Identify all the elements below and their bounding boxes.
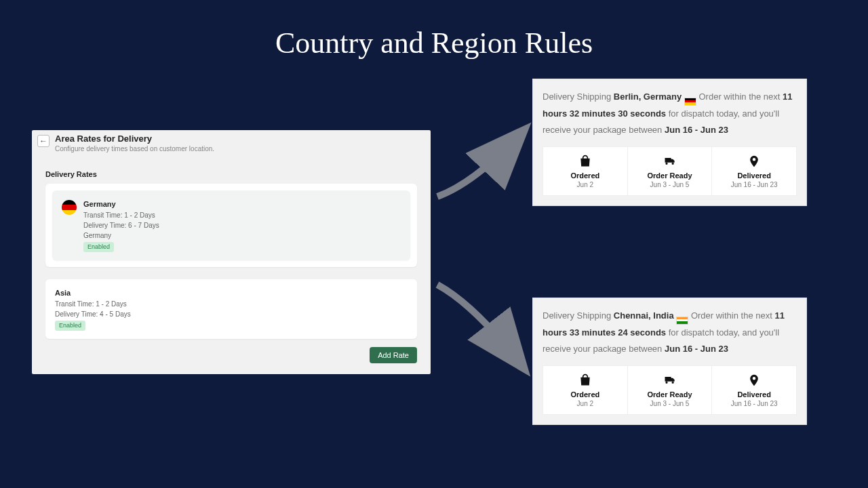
rate-delivery: Delivery Time: 6 - 7 Days <box>83 220 159 230</box>
arrow-left-icon: ← <box>39 136 47 146</box>
truck-icon <box>631 154 709 169</box>
rate-delivery: Delivery Time: 4 - 5 Days <box>55 309 408 319</box>
bag-icon <box>546 154 625 169</box>
section-label: Delivery Rates <box>32 152 431 184</box>
timeline-step-ready: Order Ready Jun 3 - Jun 5 <box>627 147 712 195</box>
pin-icon <box>715 154 793 169</box>
rate-name: Asia <box>55 287 408 299</box>
rate-transit: Transit Time: 1 - 2 Days <box>55 299 408 309</box>
flag-germany-icon <box>62 200 77 215</box>
admin-panel: ← Area Rates for Delivery Configure deli… <box>32 130 431 374</box>
timeline-step-ordered: Ordered Jun 2 <box>543 366 627 414</box>
rate-name: Germany <box>83 199 159 210</box>
rate-region: Germany <box>83 230 159 241</box>
rate-card-germany[interactable]: Germany Transit Time: 1 - 2 Days Deliver… <box>45 184 417 267</box>
bag-icon <box>546 373 625 388</box>
timeline-step-delivered: Delivered Jun 16 - Jun 23 <box>711 147 796 195</box>
panel-subtitle: Configure delivery times based on custom… <box>55 145 214 152</box>
panel-title: Area Rates for Delivery <box>55 134 214 144</box>
back-button[interactable]: ← <box>37 135 50 147</box>
flag-india-icon <box>676 317 688 325</box>
page-title: Country and Region Rules <box>0 0 868 60</box>
pin-icon <box>715 373 793 388</box>
panel-header: ← Area Rates for Delivery Configure deli… <box>32 130 431 152</box>
estimate-widget-germany: Delivery Shipping Berlin, Germany Order … <box>532 79 807 206</box>
timeline-step-ready: Order Ready Jun 3 - Jun 5 <box>627 366 712 414</box>
estimate-text: Delivery Shipping Chennai, India Order w… <box>542 308 797 357</box>
rate-transit: Transit Time: 1 - 2 Days <box>83 210 159 220</box>
arrow-connector-icon <box>434 278 536 380</box>
delivery-timeline: Ordered Jun 2 Order Ready Jun 3 - Jun 5 … <box>542 146 797 196</box>
timeline-step-ordered: Ordered Jun 2 <box>543 147 627 195</box>
timeline-step-delivered: Delivered Jun 16 - Jun 23 <box>711 366 796 414</box>
rate-card-asia[interactable]: Asia Transit Time: 1 - 2 Days Delivery T… <box>45 279 417 339</box>
estimate-widget-india: Delivery Shipping Chennai, India Order w… <box>532 298 807 425</box>
estimate-text: Delivery Shipping Berlin, Germany Order … <box>542 89 797 138</box>
flag-germany-icon <box>684 98 696 106</box>
truck-icon <box>631 373 709 388</box>
delivery-timeline: Ordered Jun 2 Order Ready Jun 3 - Jun 5 … <box>542 365 797 415</box>
status-badge: Enabled <box>83 242 114 253</box>
add-rate-button[interactable]: Add Rate <box>370 347 417 363</box>
status-badge: Enabled <box>55 321 85 331</box>
arrow-connector-icon <box>434 122 536 203</box>
